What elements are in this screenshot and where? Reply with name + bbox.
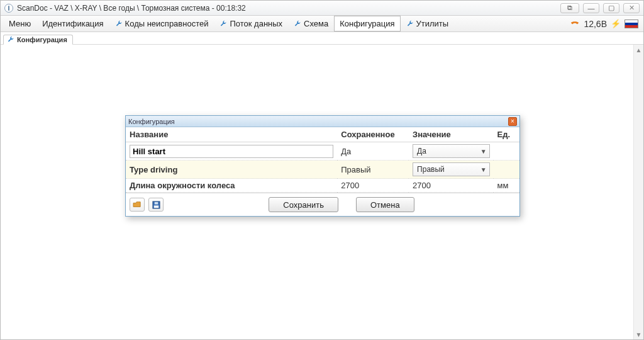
wrench-icon (406, 20, 414, 28)
voltage-value: 12,6В (584, 19, 607, 29)
value-text: 2700 (413, 179, 431, 191)
saved-value: Да (341, 145, 351, 157)
value-select[interactable]: Да▼ (413, 144, 490, 158)
workarea: ▲ ▼ Конфигурация × Название Сохраненное … (1, 45, 643, 339)
wrench-icon (115, 20, 123, 28)
menubar: Меню Идентификация Коды неисправностей П… (1, 16, 643, 32)
select-value: Правый (417, 165, 445, 174)
subtab-bar: Конфигурация (1, 32, 643, 45)
subtab-label: Конфигурация (17, 36, 67, 43)
col-header-saved: Сохраненное (337, 127, 409, 142)
wrench-icon (7, 36, 14, 43)
row-name: Длина окружности колеса (126, 179, 337, 193)
open-file-button[interactable] (130, 198, 145, 212)
col-header-name: Название (126, 127, 337, 142)
unit-value (494, 142, 519, 161)
menu-label: Поток данных (230, 19, 282, 28)
vertical-scrollbar[interactable]: ▲ ▼ (633, 45, 643, 339)
app-icon (4, 4, 13, 13)
close-button[interactable]: ✕ (623, 3, 640, 13)
table-row: Type driving Правый Правый▼ (126, 161, 519, 179)
svg-rect-2 (154, 201, 158, 204)
select-value: Да (417, 147, 426, 156)
table-row: Длина окружности колеса 2700 2700 мм (126, 179, 519, 193)
saved-value: Правый (341, 164, 370, 176)
flag-ru-icon[interactable] (625, 20, 638, 28)
value-select[interactable]: Правый▼ (413, 162, 490, 176)
table-header-row: Название Сохраненное Значение Ед. (126, 127, 519, 142)
plug-icon: ⚡ (611, 19, 621, 28)
window-title: ScanDoc - VAZ \ X-RAY \ Все годы \ Тормо… (17, 4, 246, 13)
menu-item-menu[interactable]: Меню (3, 16, 36, 31)
config-table: Название Сохраненное Значение Ед. Да Да▼… (126, 127, 519, 193)
table-row: Да Да▼ (126, 142, 519, 161)
subtab-configuration[interactable]: Конфигурация (3, 35, 73, 45)
menu-label: Коды неисправностей (125, 19, 209, 28)
link-button[interactable]: ⧉ (560, 3, 579, 13)
chevron-down-icon: ▼ (480, 148, 487, 155)
status-right: 12,6В ⚡ (570, 16, 643, 31)
scroll-down-arrow[interactable]: ▼ (634, 329, 643, 339)
dialog-close-button[interactable]: × (508, 117, 517, 126)
save-file-button[interactable] (148, 198, 164, 212)
menu-item-utilities[interactable]: Утилиты (401, 16, 455, 31)
titlebar: ScanDoc - VAZ \ X-RAY \ Все годы \ Тормо… (1, 1, 643, 16)
row-name-input[interactable] (130, 145, 333, 158)
chevron-down-icon: ▼ (480, 166, 487, 173)
phone-icon (570, 20, 580, 28)
dialog-footer: Сохранить Отмена (126, 193, 519, 216)
unit-value: мм (494, 179, 519, 193)
wrench-icon (294, 20, 301, 28)
save-button[interactable]: Сохранить (269, 197, 338, 212)
configuration-dialog: Конфигурация × Название Сохраненное Знач… (125, 115, 520, 217)
row-name: Type driving (126, 161, 337, 179)
scroll-up-arrow[interactable]: ▲ (634, 45, 643, 55)
app-window: ScanDoc - VAZ \ X-RAY \ Все годы \ Тормо… (0, 0, 644, 340)
menu-item-configuration[interactable]: Конфигурация (334, 16, 400, 31)
col-header-value: Значение (409, 127, 494, 142)
svg-rect-1 (153, 205, 158, 208)
menu-label: Идентификация (42, 19, 103, 28)
cancel-button[interactable]: Отмена (356, 197, 414, 212)
saved-value: 2700 (341, 179, 359, 191)
menu-label: Меню (9, 19, 31, 28)
wrench-icon (219, 20, 227, 28)
menu-label: Схема (304, 19, 328, 28)
window-controls: ⧉ — ▢ ✕ (560, 3, 640, 13)
menu-item-datastream[interactable]: Поток данных (214, 16, 288, 31)
menu-item-schema[interactable]: Схема (288, 16, 334, 31)
maximize-button[interactable]: ▢ (603, 3, 619, 13)
menu-label: Конфигурация (340, 19, 394, 28)
col-header-unit: Ед. (494, 127, 519, 142)
menu-item-identification[interactable]: Идентификация (36, 16, 109, 31)
menu-item-dtc[interactable]: Коды неисправностей (109, 16, 214, 31)
dialog-titlebar: Конфигурация × (126, 116, 519, 127)
menu-label: Утилиты (416, 19, 449, 28)
minimize-button[interactable]: — (583, 3, 599, 13)
unit-value (494, 161, 519, 179)
dialog-title: Конфигурация (128, 118, 175, 125)
